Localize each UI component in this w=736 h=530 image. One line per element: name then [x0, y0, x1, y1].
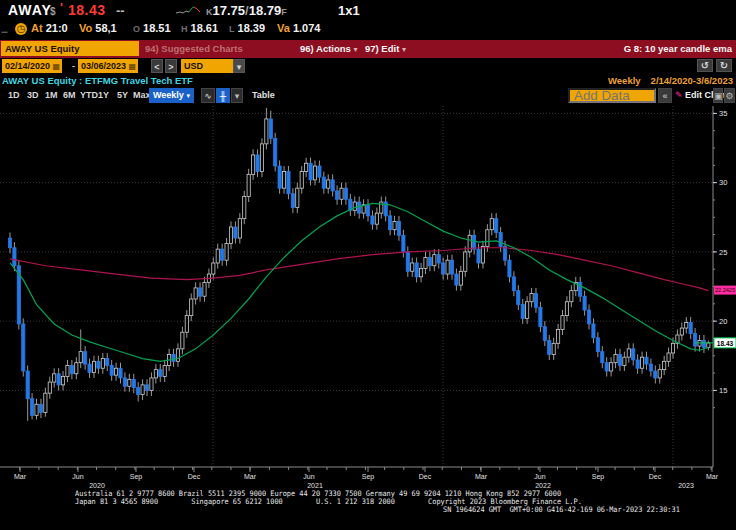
price-tick-mark: ': [60, 1, 63, 15]
chart-type-dropdown-button[interactable]: ▾: [231, 88, 243, 103]
calendar-icon: ▦: [129, 62, 137, 71]
bloomberg-terminal-window: AWAY $ ' 18.43 -- K17.75/18.79F 1x1 ....…: [0, 0, 736, 530]
dropdown-arrow-icon: ▾: [354, 45, 358, 54]
tab-ytd[interactable]: YTD: [80, 89, 98, 102]
tab-5y[interactable]: 5Y: [117, 89, 128, 102]
pencil-icon: ✎: [675, 90, 683, 100]
table-button[interactable]: Table: [252, 89, 275, 102]
quote-line-2: .... ◷ At 21:0 Vo 58,1 O 18.51 H 18.61 L…: [0, 22, 736, 38]
date-range-separator: -: [72, 59, 75, 73]
ema-long-line: [10, 248, 708, 291]
ask-price: 18.79: [249, 3, 282, 18]
chart-axes: 1520253035MarJunSepDecMarJunSepDecMarJun…: [0, 106, 727, 489]
svg-text:Jun: Jun: [534, 473, 545, 480]
add-data-input[interactable]: [568, 88, 656, 103]
date-toolbar: 02/14/2020 ▦ - 03/06/2023 ▦ < > USD ▾ ↺ …: [0, 59, 736, 75]
prefix-dots: ....: [1, 25, 7, 35]
currency-dropdown-button[interactable]: ▾: [233, 59, 245, 73]
ask-flag: F: [281, 7, 287, 17]
val-value: 1.074: [293, 22, 321, 34]
svg-text:Mar: Mar: [475, 473, 488, 480]
price-badges: 22.242518.43: [695, 286, 736, 348]
tab-1m[interactable]: 1M: [45, 89, 58, 102]
tab-1d[interactable]: 1D: [8, 89, 20, 102]
svg-text:Sep: Sep: [362, 473, 375, 481]
collapse-panel-button[interactable]: «: [658, 88, 672, 103]
date-to-input[interactable]: 03/06/2023 ▦: [78, 59, 138, 73]
low-flag: L: [229, 24, 235, 34]
svg-text:Jun: Jun: [72, 473, 83, 480]
security-description: AWAY US Equity : ETFMG Travel Tech ETF: [2, 75, 193, 86]
vol-label: Vo: [79, 22, 92, 34]
svg-text:Dec: Dec: [188, 473, 201, 480]
period-range-label: Weekly2/14/2020-3/6/2023: [608, 75, 733, 86]
date-from-input[interactable]: 02/14/2020 ▦: [2, 59, 62, 73]
svg-text:35: 35: [719, 109, 727, 118]
high-flag: H: [181, 24, 188, 34]
at-value: 21:0: [46, 22, 68, 34]
at-label: At: [31, 22, 43, 34]
svg-text:15: 15: [719, 386, 727, 395]
tab-3d[interactable]: 3D: [27, 89, 39, 102]
svg-text:Sep: Sep: [592, 473, 605, 481]
currency-flag: $: [50, 6, 56, 17]
price-chart[interactable]: 1520253035MarJunSepDecMarJunSepDecMarJun…: [0, 106, 736, 490]
high-value: 18.61: [191, 22, 219, 34]
currency-select[interactable]: USD: [181, 59, 238, 73]
svg-text:Dec: Dec: [649, 473, 662, 480]
last-price: 18.43: [68, 2, 106, 18]
vol-value: 58,1: [95, 22, 116, 34]
calendar-icon: ▦: [53, 62, 61, 71]
menu-item-edit[interactable]: 97) Edit ▾: [365, 42, 406, 56]
bid-price: 17.75: [213, 3, 246, 18]
low-value: 18.39: [238, 22, 266, 34]
ema-short-line: [10, 203, 708, 361]
svg-text:Mar: Mar: [14, 473, 27, 480]
shift-range-right-button[interactable]: >: [165, 59, 177, 73]
redo-button[interactable]: ↻: [716, 59, 732, 72]
period-label: Weekly: [608, 75, 641, 86]
undo-button[interactable]: ↺: [697, 59, 713, 72]
open-value: 18.51: [143, 22, 171, 34]
svg-text:25: 25: [719, 248, 727, 257]
svg-text:Dec: Dec: [419, 473, 432, 480]
tab-max[interactable]: Max: [133, 89, 151, 102]
svg-text:Jun: Jun: [303, 473, 314, 480]
settings-gear-button[interactable]: ⚙: [724, 88, 735, 103]
panel-layout-button[interactable]: ▣: [713, 88, 723, 103]
quote-line-1: AWAY $ ' 18.43 -- K17.75/18.79F 1x1: [0, 2, 736, 21]
svg-text:30: 30: [719, 178, 727, 187]
terminal-footer: Australia 61 2 9777 8600 Brazil 5511 239…: [0, 487, 736, 530]
chart-gridlines: [0, 106, 713, 467]
price-change: --: [116, 3, 125, 18]
svg-text:22.2425: 22.2425: [715, 287, 735, 293]
chart-title-row: AWAY US Equity : ETFMG Travel Tech ETF W…: [0, 75, 736, 88]
shift-range-left-button[interactable]: <: [151, 59, 163, 73]
val-label: Va: [277, 22, 290, 34]
svg-text:Mar: Mar: [244, 473, 257, 480]
period-select-dropdown[interactable]: Weekly ▾: [149, 88, 194, 103]
footer-session-line: SN 1964624 GMT GMT+0:00 G416-42-169 06-M…: [443, 505, 680, 514]
svg-text:Sep: Sep: [130, 473, 143, 481]
menu-item-suggested-charts[interactable]: 94) Suggested Charts: [145, 42, 243, 56]
function-menu-bar: 94) Suggested Charts 96) Actions ▾ 97) E…: [0, 40, 736, 58]
line-chart-type-button[interactable]: ∿: [201, 88, 215, 103]
security-input[interactable]: [1, 41, 139, 56]
tab-6m[interactable]: 6M: [63, 89, 76, 102]
svg-text:Mar: Mar: [706, 473, 719, 480]
tab-1y[interactable]: 1Y: [98, 89, 109, 102]
intraday-sparkline: [176, 4, 202, 17]
period-dates: 2/14/2020-3/6/2023: [651, 75, 733, 86]
open-flag: O: [133, 24, 140, 34]
lot-size: 1x1: [338, 3, 360, 18]
candle-chart-type-button[interactable]: ╫: [216, 88, 230, 103]
menu-item-actions[interactable]: 96) Actions ▾: [300, 42, 358, 56]
dropdown-arrow-icon: ▾: [402, 45, 406, 54]
delayed-clock-icon: ◷: [15, 23, 27, 35]
chart-toolbar: 1D 3D 1M 6M YTD 1Y 5Y Max Weekly ▾ ∿ ╫ ▾…: [0, 88, 736, 104]
chart-template-label: G 8: 10 year candle ema: [624, 42, 732, 56]
bid-ask: K17.75/18.79F: [206, 3, 287, 18]
ticker-symbol: AWAY: [8, 2, 52, 18]
dropdown-arrow-icon: ▾: [186, 92, 190, 99]
svg-text:20: 20: [719, 317, 727, 326]
